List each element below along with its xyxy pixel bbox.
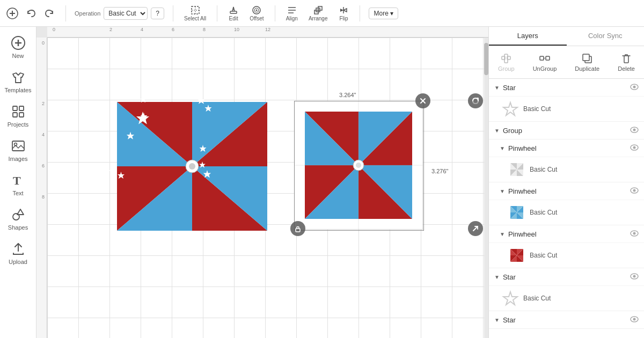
ungroup-button[interactable]: UnGroup — [529, 50, 561, 74]
operation-group: Operation Basic Cut ? — [75, 7, 164, 20]
tab-layers[interactable]: Layers — [489, 27, 567, 46]
star-1-name: Star — [503, 84, 627, 92]
rotate-handle[interactable] — [468, 93, 483, 108]
visibility-star-1[interactable] — [630, 83, 639, 92]
new-button[interactable] — [4, 5, 20, 21]
pinwheel-red-header[interactable]: ▼ Pinwheel — [489, 225, 644, 243]
layer-star-3-header[interactable]: ▼ Star — [489, 311, 644, 328]
arrange-button[interactable]: Arrange — [306, 3, 330, 24]
visibility-pinwheel-blue[interactable] — [630, 187, 639, 195]
delete-button[interactable]: Delete — [613, 50, 639, 74]
pinwheel-gray-group: ▼ Pinwheel — [489, 139, 644, 182]
chevron-group-icon: ▼ — [494, 128, 500, 134]
select-all-button[interactable]: Select All — [182, 3, 208, 24]
align-button[interactable]: Align — [284, 3, 300, 24]
select-all-label: Select All — [184, 16, 206, 21]
duplicate-button[interactable]: Duplicate — [570, 50, 604, 74]
sidebar-item-images[interactable]: Images — [2, 134, 34, 166]
svg-marker-78 — [503, 102, 517, 115]
pinwheel-red-group: ▼ Pinwheel — [489, 225, 644, 268]
star-2-name: Star — [503, 273, 627, 281]
undo-button[interactable] — [24, 6, 39, 21]
visibility-star-2[interactable] — [630, 273, 639, 281]
panel-tabs: Layers Color Sync — [489, 27, 644, 46]
star-outline-2-thumb — [502, 290, 519, 307]
sidebar-images-label: Images — [8, 156, 27, 162]
tab-color-sync[interactable]: Color Sync — [567, 27, 645, 46]
chevron-icon: ▼ — [494, 85, 500, 91]
visibility-group[interactable] — [630, 126, 639, 135]
sidebar-item-new[interactable]: New — [2, 31, 34, 63]
svg-point-10 — [256, 10, 258, 11]
redo-button[interactable] — [42, 6, 57, 21]
group-name: Group — [503, 127, 627, 135]
operation-select[interactable]: Basic Cut — [104, 7, 148, 20]
pinwheel-blue-header[interactable]: ▼ Pinwheel — [489, 182, 644, 200]
star-1-cut-label: Basic Cut — [523, 105, 639, 113]
shapes-icon — [11, 207, 26, 222]
sidebar-item-text[interactable]: T Text — [2, 168, 34, 201]
visibility-star-3[interactable] — [630, 315, 639, 324]
flip-button[interactable]: Flip — [336, 3, 351, 24]
sidebar-shapes-label: Shapes — [8, 224, 28, 231]
pinwheel-gray-sub[interactable]: Basic Cut — [489, 157, 644, 182]
layer-group-header[interactable]: ▼ Group — [489, 122, 644, 139]
svg-rect-6 — [230, 11, 237, 13]
canvas-area[interactable]: 0 2 4 6 8 10 12 0 2 4 6 8 — [36, 27, 488, 338]
layer-star-1-header[interactable]: ▼ Star — [489, 79, 644, 96]
resize-handle[interactable] — [468, 221, 483, 236]
scroll-track[interactable] — [484, 38, 488, 338]
svg-rect-23 — [19, 113, 24, 117]
close-handle[interactable] — [415, 93, 430, 108]
ruler-vertical: 0 2 4 6 8 — [36, 38, 47, 338]
sidebar-projects-label: Projects — [8, 121, 29, 128]
text-icon: T — [11, 173, 26, 188]
layer-star-1-sub[interactable]: Basic Cut — [489, 96, 644, 121]
ungroup-icon — [539, 53, 551, 64]
svg-rect-66 — [296, 229, 300, 232]
duplicate-label: Duplicate — [575, 65, 599, 72]
canvas-content[interactable]: 3.264" 3.276" — [47, 38, 488, 338]
sidebar-new-label: New — [12, 53, 24, 59]
pinwheel-blue-thumb — [508, 204, 525, 221]
scroll-thumb[interactable] — [484, 43, 488, 75]
delete-icon — [620, 53, 632, 64]
pinwheel-gray-header[interactable]: ▼ Pinwheel — [489, 139, 644, 157]
offset-button[interactable]: Offset — [247, 3, 266, 24]
edit-button[interactable]: Edit — [226, 3, 241, 24]
svg-point-92 — [633, 189, 636, 192]
dimension-height: 3.276" — [429, 167, 450, 175]
small-pinwheel[interactable] — [294, 101, 423, 230]
pinwheel-blue-name: Pinwheel — [508, 187, 627, 195]
pinwheel-blue-sub[interactable]: Basic Cut — [489, 200, 644, 225]
sidebar-item-shapes[interactable]: Shapes — [2, 203, 34, 235]
flip-label: Flip — [339, 16, 348, 21]
group-button[interactable]: Group — [494, 50, 519, 74]
svg-text:T: T — [13, 174, 21, 187]
svg-rect-75 — [583, 54, 589, 61]
group-icon — [500, 53, 512, 64]
sep1 — [65, 5, 66, 21]
layer-star-2-header[interactable]: ▼ Star — [489, 268, 644, 285]
chevron-pinwheel-blue: ▼ — [500, 188, 505, 194]
svg-marker-28 — [17, 209, 24, 215]
main-layout: New Templates Projects Images T Text Sha… — [0, 27, 644, 338]
sidebar-item-upload[interactable]: Upload — [2, 237, 34, 269]
layer-star-2-sub[interactable]: Basic Cut — [489, 285, 644, 311]
more-button[interactable]: More ▾ — [369, 8, 398, 19]
chevron-star-2: ▼ — [494, 274, 500, 280]
sidebar-item-projects[interactable]: Projects — [2, 100, 34, 132]
right-panel: Layers Color Sync Group — [488, 27, 644, 338]
svg-marker-40 — [140, 97, 147, 103]
pinwheel-gray-thumb — [508, 161, 525, 178]
pinwheel-red-sub[interactable]: Basic Cut — [489, 243, 644, 268]
sidebar-item-templates[interactable]: Templates — [2, 65, 34, 98]
svg-marker-46 — [103, 142, 110, 149]
help-button[interactable]: ? — [151, 8, 164, 19]
align-label: Align — [286, 16, 298, 21]
svg-point-82 — [633, 146, 636, 149]
large-pinwheel[interactable] — [101, 70, 283, 263]
visibility-pinwheel-gray[interactable] — [630, 144, 639, 152]
visibility-pinwheel-red[interactable] — [630, 230, 639, 238]
lock-handle[interactable] — [290, 221, 305, 236]
